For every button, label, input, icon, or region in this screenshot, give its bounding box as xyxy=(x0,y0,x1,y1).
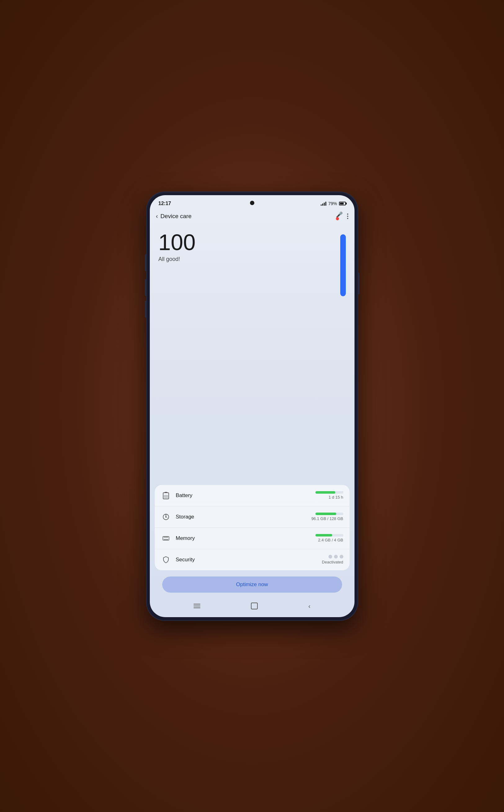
memory-progress-bar xyxy=(315,534,343,537)
memory-item-icon xyxy=(161,533,171,543)
back-nav-button[interactable]: ‹ xyxy=(308,603,310,610)
svg-rect-2 xyxy=(164,495,168,498)
sec-dot-2 xyxy=(334,555,338,559)
svg-rect-1 xyxy=(165,492,167,493)
storage-label: Storage xyxy=(176,514,311,520)
battery-progress-fill xyxy=(315,491,336,494)
page-title: Device care xyxy=(160,213,336,220)
score-label: All good! xyxy=(158,256,196,262)
battery-label: Battery xyxy=(176,493,315,499)
battery-status: 1 d 15 h xyxy=(315,491,343,500)
header-actions: 🎤 xyxy=(336,211,348,221)
battery-icon xyxy=(339,202,346,205)
home-button[interactable] xyxy=(251,603,258,609)
status-time: 12:17 xyxy=(158,201,171,206)
nav-bar: ‹ xyxy=(150,598,355,617)
items-card: Battery 1 d 15 h xyxy=(155,485,350,570)
storage-item-icon xyxy=(161,512,171,522)
recent-apps-button[interactable] xyxy=(194,604,200,608)
front-camera xyxy=(250,201,254,205)
security-dots xyxy=(328,555,343,559)
status-bar: 12:17 79% xyxy=(150,195,355,209)
storage-status: 96.1 GB / 128 GB xyxy=(311,513,343,521)
security-row[interactable]: Security Deactivated xyxy=(155,549,350,570)
score-bar-fill xyxy=(340,234,346,296)
security-label: Security xyxy=(176,557,322,563)
svg-point-4 xyxy=(165,516,167,518)
signal-icon xyxy=(321,201,326,206)
battery-fill xyxy=(340,203,344,204)
security-status: Deactivated xyxy=(322,555,343,564)
battery-percentage: 79% xyxy=(328,201,337,206)
sec-dot-3 xyxy=(340,555,343,559)
score-text: 100 All good! xyxy=(158,231,196,262)
memory-label: Memory xyxy=(176,535,315,542)
memory-progress-fill xyxy=(315,534,332,537)
storage-row[interactable]: Storage 96.1 GB / 128 GB xyxy=(155,507,350,528)
battery-row[interactable]: Battery 1 d 15 h xyxy=(155,485,350,507)
security-item-icon xyxy=(161,555,171,565)
phone-device: 12:17 79% ‹ Device care 🎤 xyxy=(147,192,358,620)
battery-progress-bar xyxy=(315,491,343,494)
phone-screen: 12:17 79% ‹ Device care 🎤 xyxy=(150,195,355,617)
sec-dot-1 xyxy=(328,555,332,559)
status-right-icons: 79% xyxy=(321,201,346,206)
notification-dot xyxy=(336,217,339,220)
more-menu-button[interactable] xyxy=(347,213,348,219)
memory-status: 2.4 GB / 4 GB xyxy=(315,534,343,542)
app-header: ‹ Device care 🎤 xyxy=(150,209,355,225)
battery-value: 1 d 15 h xyxy=(329,495,343,500)
mic-button[interactable]: 🎤 xyxy=(336,211,343,221)
optimize-button[interactable]: Optimize now xyxy=(162,577,342,593)
memory-value: 2.4 GB / 4 GB xyxy=(318,538,343,542)
score-section: 100 All good! xyxy=(150,225,355,299)
battery-item-icon xyxy=(161,491,171,501)
storage-progress-bar xyxy=(315,513,343,515)
back-button[interactable]: ‹ xyxy=(156,212,158,220)
security-value: Deactivated xyxy=(322,560,343,564)
score-bar xyxy=(340,234,346,296)
memory-row[interactable]: Memory 2.4 GB / 4 GB xyxy=(155,528,350,549)
score-number: 100 xyxy=(158,231,196,253)
storage-progress-fill xyxy=(315,513,337,515)
storage-value: 96.1 GB / 128 GB xyxy=(311,516,343,521)
